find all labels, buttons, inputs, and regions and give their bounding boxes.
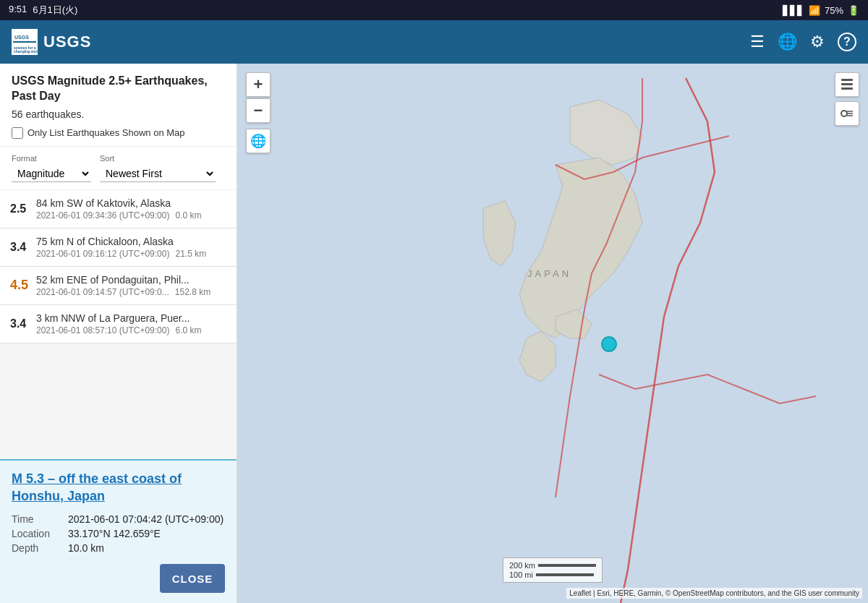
location-label: Location xyxy=(12,528,62,539)
battery-icon: 🔋 xyxy=(848,5,859,16)
usgs-text: USGS xyxy=(43,33,91,51)
usgs-logo-icon: USGS science for a changing world xyxy=(12,29,38,55)
logo: USGS science for a changing world USGS xyxy=(12,29,91,55)
scale-mi: 100 mi xyxy=(509,570,596,579)
eq-magnitude: 4.5 xyxy=(10,278,36,293)
scale-mi-label: 100 mi xyxy=(509,570,533,579)
gear-icon[interactable]: ⚙ xyxy=(810,33,825,51)
location-value: 33.170°N 142.659°E xyxy=(68,528,225,539)
earthquake-count: 56 earthquakes. xyxy=(12,108,225,120)
scale-mi-bar xyxy=(536,573,594,576)
earthquake-list: 2.5 84 km SW of Kaktovik, Alaska 2021-06… xyxy=(0,190,237,460)
depth-label: Depth xyxy=(12,542,62,554)
eq-depth: 152.8 km xyxy=(175,287,210,297)
main-layout: USGS Magnitude 2.5+ Earthquakes, Past Da… xyxy=(0,64,868,603)
battery-text: 75% xyxy=(825,5,843,16)
popup-panel: M 5.3 – off the east coast of Honshu, Ja… xyxy=(0,459,237,603)
filter-checkbox-row: Only List Earthquakes Shown on Map xyxy=(12,127,225,139)
svg-text:changing world: changing world xyxy=(14,49,38,54)
time-label: Time xyxy=(12,513,62,525)
date: 6月1日(火) xyxy=(33,4,77,17)
eq-magnitude: 3.4 xyxy=(10,317,36,330)
popup-details: Time 2021-06-01 07:04:42 (UTC+09:00) Loc… xyxy=(12,513,225,554)
time-value: 2021-06-01 07:04:42 (UTC+09:00) xyxy=(68,513,225,525)
eq-magnitude: 3.4 xyxy=(10,241,36,254)
zoom-out-button[interactable]: − xyxy=(246,98,271,123)
format-filter: Format Magnitude Age xyxy=(12,154,91,182)
eq-meta: 2021-06-01 08:57:10 (UTC+09:00) 6.0 km xyxy=(36,325,226,335)
time: 9:51 xyxy=(9,4,27,17)
help-icon[interactable]: ? xyxy=(838,33,856,51)
eq-title: 3 km NNW of La Parguera, Puer... xyxy=(36,312,226,324)
depth-value: 10.0 km xyxy=(68,542,225,554)
sort-label: Sort xyxy=(100,154,216,163)
eq-title: 75 km N of Chickaloon, Alaska xyxy=(36,236,226,247)
sidebar: USGS Magnitude 2.5+ Earthquakes, Past Da… xyxy=(0,64,237,603)
eq-depth: 0.0 km xyxy=(175,210,201,221)
svg-rect-8 xyxy=(841,87,853,90)
reset-view-button[interactable]: 🌐 xyxy=(246,129,271,153)
eq-magnitude: 2.5 xyxy=(10,202,36,215)
svg-rect-2 xyxy=(13,41,36,43)
earthquake-list-item[interactable]: 4.5 52 km ENE of Pondaguitan, Phil... 20… xyxy=(0,267,237,305)
globe-icon[interactable]: 🌐 xyxy=(778,33,797,51)
eq-meta: 2021-06-01 09:34:36 (UTC+09:00) 0.0 km xyxy=(36,210,226,221)
format-label: Format xyxy=(12,154,91,163)
svg-text:USGS: USGS xyxy=(14,35,29,40)
earthquake-list-item[interactable]: 3.4 3 km NNW of La Parguera, Puer... 202… xyxy=(0,305,237,343)
map-right-controls xyxy=(835,72,859,126)
scale-km: 200 km xyxy=(509,561,596,570)
scale-km-bar xyxy=(538,564,596,567)
eq-title: 84 km SW of Kaktovik, Alaska xyxy=(36,197,226,209)
map-svg xyxy=(237,64,868,603)
eq-time: 2021-06-01 09:34:36 (UTC+09:00) xyxy=(36,210,169,221)
earthquake-list-item[interactable]: 3.4 75 km N of Chickaloon, Alaska 2021-0… xyxy=(0,228,237,267)
map-area[interactable]: JAPAN + − 🌐 xyxy=(237,64,868,603)
svg-point-9 xyxy=(841,111,847,116)
wifi-icon: 📶 xyxy=(809,5,820,16)
eq-depth: 6.0 km xyxy=(175,325,201,335)
signal-icon: ▋▋▋ xyxy=(783,5,804,16)
status-left: 9:51 6月1日(火) xyxy=(9,4,77,17)
scale-bar-inner: 200 km 100 mi xyxy=(509,561,596,579)
filter-row: Format Magnitude Age Sort Newest First O… xyxy=(0,147,237,190)
scale-bar: 200 km 100 mi xyxy=(503,557,603,583)
popup-title-link[interactable]: M 5.3 – off the east coast of Honshu, Ja… xyxy=(12,471,225,505)
scale-km-label: 200 km xyxy=(509,561,535,570)
header: USGS science for a changing world USGS ☰… xyxy=(0,20,868,64)
eq-info: 84 km SW of Kaktovik, Alaska 2021-06-01 … xyxy=(36,197,226,221)
svg-rect-6 xyxy=(841,79,853,81)
earthquake-dot[interactable] xyxy=(601,336,617,352)
close-button[interactable]: CLOSE xyxy=(160,564,225,593)
map-zoom-controls: + − 🌐 xyxy=(246,72,271,153)
earthquake-list-item[interactable]: 2.5 84 km SW of Kaktovik, Alaska 2021-06… xyxy=(0,190,237,228)
eq-meta: 2021-06-01 09:14:57 (UTC+09:0... 152.8 k… xyxy=(36,287,226,297)
show-on-map-label: Only List Earthquakes Shown on Map xyxy=(27,127,185,138)
sidebar-title: USGS Magnitude 2.5+ Earthquakes, Past Da… xyxy=(12,74,225,104)
eq-time: 2021-06-01 09:14:57 (UTC+09:0... xyxy=(36,287,169,297)
show-on-map-checkbox[interactable] xyxy=(12,127,23,139)
sort-filter: Sort Newest First Oldest First Largest M… xyxy=(100,154,216,182)
sort-select[interactable]: Newest First Oldest First Largest Magnit… xyxy=(100,166,216,182)
layers-button[interactable] xyxy=(835,72,859,97)
legend-button[interactable] xyxy=(835,101,859,126)
status-bar: 9:51 6月1日(火) ▋▋▋ 📶 75% 🔋 xyxy=(0,0,868,20)
eq-info: 3 km NNW of La Parguera, Puer... 2021-06… xyxy=(36,312,226,335)
svg-rect-7 xyxy=(841,83,853,85)
list-icon[interactable]: ☰ xyxy=(750,33,765,51)
zoom-in-button[interactable]: + xyxy=(246,72,271,97)
eq-meta: 2021-06-01 09:16:12 (UTC+09:00) 21.5 km xyxy=(36,249,226,259)
eq-title: 52 km ENE of Pondaguitan, Phil... xyxy=(36,274,226,286)
eq-time: 2021-06-01 08:57:10 (UTC+09:00) xyxy=(36,325,169,335)
eq-depth: 21.5 km xyxy=(175,249,206,259)
nav-icons: ☰ 🌐 ⚙ ? xyxy=(750,33,856,51)
status-right: ▋▋▋ 📶 75% 🔋 xyxy=(783,5,859,16)
eq-info: 52 km ENE of Pondaguitan, Phil... 2021-0… xyxy=(36,274,226,297)
eq-time: 2021-06-01 09:16:12 (UTC+09:00) xyxy=(36,249,169,259)
format-select[interactable]: Magnitude Age xyxy=(12,166,91,182)
sidebar-header: USGS Magnitude 2.5+ Earthquakes, Past Da… xyxy=(0,64,237,147)
eq-info: 75 km N of Chickaloon, Alaska 2021-06-01… xyxy=(36,236,226,259)
map-attribution: Leaflet | Esri, HERE, Garmin, © OpenStre… xyxy=(566,588,862,599)
